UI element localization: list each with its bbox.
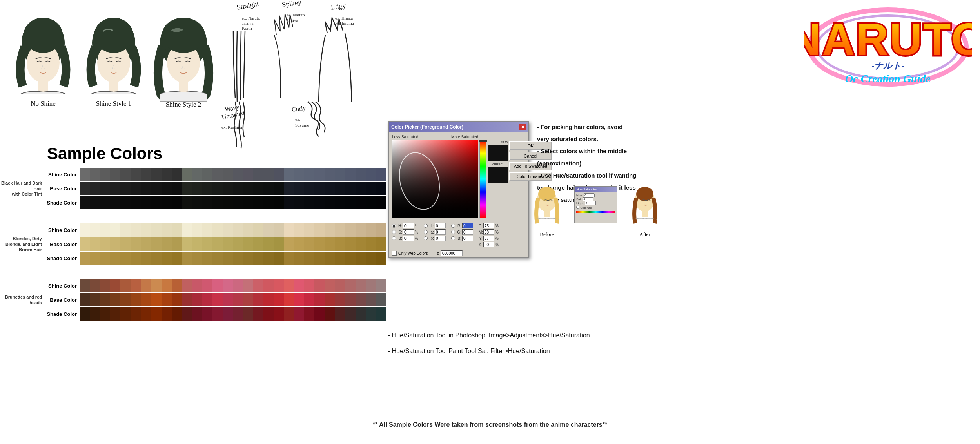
swatch xyxy=(90,307,100,321)
swatch xyxy=(325,279,335,292)
swatch xyxy=(284,182,294,195)
swatch xyxy=(243,293,253,306)
b3-input[interactable] xyxy=(462,236,473,241)
swatch xyxy=(110,237,120,251)
swatch xyxy=(202,196,212,209)
swatch xyxy=(131,223,141,237)
swatch xyxy=(294,182,304,195)
swatch xyxy=(100,196,110,209)
swatch xyxy=(263,293,274,306)
swatch xyxy=(162,168,172,181)
l-radio[interactable] xyxy=(424,224,428,228)
m-input[interactable] xyxy=(483,229,494,235)
g-input[interactable] xyxy=(462,229,473,235)
swatch xyxy=(151,252,161,265)
b2-input[interactable] xyxy=(435,236,446,241)
cmyk-inputs: C: % M: % Y: % K: % xyxy=(479,223,499,247)
swatch xyxy=(192,168,202,181)
hair-style-figures: No Shine Shine Style 1 xyxy=(4,4,223,108)
swatch xyxy=(90,237,100,251)
swatch xyxy=(100,279,110,292)
ps-colorize-checkbox[interactable] xyxy=(576,206,579,209)
l-input[interactable] xyxy=(435,223,446,228)
web-colors-checkbox[interactable] xyxy=(392,251,397,256)
svg-text:-ナルト-: -ナルト- xyxy=(871,61,904,71)
s-input[interactable] xyxy=(403,229,414,235)
swatch xyxy=(131,196,141,209)
svg-text:Jiraiya: Jiraiya xyxy=(287,18,298,22)
color-groups-container: Black Hair and Dark Hairwith Color Tint … xyxy=(0,168,386,328)
b3-radio[interactable] xyxy=(451,236,455,240)
swatch xyxy=(141,293,151,306)
shade-row-blonde: Shade Color xyxy=(45,252,386,265)
y-input[interactable] xyxy=(483,236,494,241)
shine-label: Shine Color xyxy=(45,172,80,178)
svg-text:Straight: Straight xyxy=(236,0,260,11)
b-input[interactable] xyxy=(403,236,414,241)
swatch xyxy=(120,293,131,306)
after-figure: After xyxy=(629,184,661,237)
b2-label: b: xyxy=(428,236,434,241)
swatch xyxy=(110,293,120,306)
hue-slider[interactable] xyxy=(479,140,486,218)
color-spectrum-gradient[interactable] xyxy=(392,140,478,218)
shine-style-2-drawing: Shine Style 2 xyxy=(152,12,217,108)
swatch xyxy=(80,168,90,181)
swatch xyxy=(366,252,376,265)
y-field-row: Y: % xyxy=(479,236,499,241)
l-field-row: L: xyxy=(424,223,446,228)
h-radio[interactable] xyxy=(392,224,396,228)
swatch xyxy=(253,223,263,237)
swatch xyxy=(192,182,202,195)
k-input[interactable] xyxy=(483,242,494,247)
swatch xyxy=(345,196,356,209)
r-field-row: R: xyxy=(451,223,473,228)
hex-label: # xyxy=(437,251,439,256)
s-unit: % xyxy=(415,230,418,234)
svg-rect-8 xyxy=(38,80,48,92)
swatch xyxy=(110,223,120,237)
swatch xyxy=(233,307,243,321)
r-input[interactable] xyxy=(462,223,473,228)
r-radio[interactable] xyxy=(451,224,455,228)
s-radio[interactable] xyxy=(392,230,396,234)
svg-text:Spikey: Spikey xyxy=(281,0,302,9)
shine-row-black: Shine Color xyxy=(45,168,386,181)
svg-text:NARUTO: NARUTO xyxy=(804,14,972,64)
svg-text:Edgy: Edgy xyxy=(330,2,346,11)
hair-sketches-area: Straight ex. Naruto Jiraiya Korin Spikey… xyxy=(214,0,382,149)
dialog-close-button[interactable]: ✕ xyxy=(519,124,526,130)
color-spectrum-area: Less Saturated More Saturated new xyxy=(392,135,552,218)
tool-notes-section: - Hue/Saturation Tool in Photoshop: Imag… xyxy=(388,329,662,357)
b-radio[interactable] xyxy=(392,236,396,240)
h-input[interactable] xyxy=(403,223,414,228)
a-radio[interactable] xyxy=(424,230,428,234)
swatch xyxy=(376,307,386,321)
swatch xyxy=(314,182,325,195)
swatch xyxy=(80,279,90,292)
tip-4: (approximation) xyxy=(537,158,725,169)
b2-radio[interactable] xyxy=(424,236,428,240)
swatch xyxy=(131,293,141,306)
swatch xyxy=(314,223,325,237)
swatch xyxy=(335,279,345,292)
swatch xyxy=(366,182,376,195)
swatch xyxy=(100,307,110,321)
swatch xyxy=(212,279,223,292)
g-radio[interactable] xyxy=(451,230,455,234)
c-input[interactable] xyxy=(483,223,494,228)
swatch xyxy=(90,279,100,292)
swatch xyxy=(212,237,223,251)
svg-text:Suzume: Suzume xyxy=(295,123,309,127)
svg-point-7 xyxy=(24,18,63,53)
swatch xyxy=(212,252,223,265)
c-label: C: xyxy=(479,224,483,228)
swatch xyxy=(335,168,345,181)
swatch xyxy=(253,279,263,292)
a-input[interactable] xyxy=(435,229,446,235)
a-field-row: a: xyxy=(424,229,446,235)
swatch xyxy=(212,307,223,321)
swatch xyxy=(90,168,100,181)
swatch xyxy=(100,237,110,251)
hex-input[interactable] xyxy=(441,250,463,256)
